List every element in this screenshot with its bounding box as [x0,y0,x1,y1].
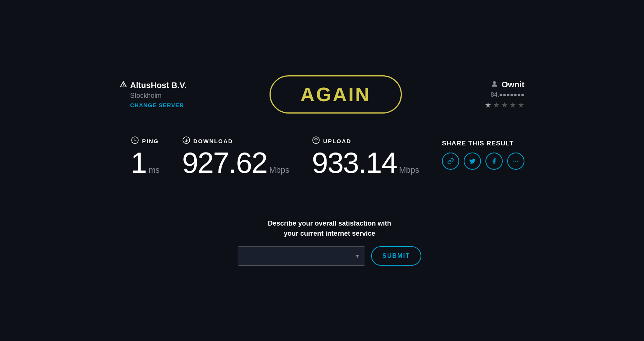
metrics-row: PING 1 ms DOWNLOAD [123,136,419,177]
share-more-button[interactable] [507,153,524,170]
download-value: 927.62 [182,148,267,177]
server-info: AltusHost B.V. Stockholm CHANGE SERVER [120,81,187,108]
download-metric: DOWNLOAD 927.62 Mbps [182,136,289,177]
share-link-button[interactable] [442,153,459,170]
server-name-row: AltusHost B.V. [120,81,187,90]
upload-metric: UPLOAD 933.14 Mbps [312,136,419,177]
survey-dropdown-wrapper: Very Satisfied Satisfied Neutral Dissati… [238,246,365,266]
download-icon [182,136,190,146]
download-value-row: 927.62 Mbps [182,148,289,177]
top-row: AltusHost B.V. Stockholm CHANGE SERVER A… [120,75,524,114]
upload-label-row: UPLOAD [312,136,419,146]
ping-value-row: 1 ms [131,148,160,177]
star-5: ★ [518,100,524,109]
user-icon [490,80,499,90]
share-title: SHARE THIS RESULT [442,140,524,147]
again-button[interactable]: AGAIN [270,75,402,114]
download-label: DOWNLOAD [193,138,233,144]
star-rating: ★ ★ ★ ★ ★ [485,100,524,109]
share-icons [442,153,524,170]
user-name-row: Ownit [490,80,524,90]
download-unit: Mbps [269,165,289,175]
star-2: ★ [493,100,500,109]
survey-dropdown[interactable]: Very Satisfied Satisfied Neutral Dissati… [238,246,365,266]
star-1: ★ [485,100,491,109]
submit-button[interactable]: SUBMIT [371,246,421,266]
ping-label: PING [142,138,159,144]
svg-point-2 [123,85,124,86]
user-name: Ownit [502,80,524,90]
survey-question: Describe your overall satisfaction with … [268,218,391,239]
star-4: ★ [509,100,516,109]
ping-icon [131,136,139,146]
svg-point-10 [513,161,514,162]
share-facebook-button[interactable] [485,153,503,170]
again-label: AGAIN [301,84,371,105]
upload-icon [312,136,320,146]
upload-value-row: 933.14 Mbps [312,148,419,177]
ping-label-row: PING [131,136,160,146]
server-name: AltusHost B.V. [130,81,187,90]
ping-metric: PING 1 ms [131,136,160,177]
upload-unit: Mbps [399,165,419,175]
survey-section: Describe your overall satisfaction with … [135,218,524,266]
server-logo-icon [120,81,127,90]
upload-value: 933.14 [312,148,397,177]
change-server-button[interactable]: CHANGE SERVER [130,102,187,108]
survey-question-line1: Describe your overall satisfaction with [268,220,391,227]
ping-unit: ms [148,165,159,175]
upload-label: UPLOAD [323,138,351,144]
share-section: SHARE THIS RESULT [442,136,524,170]
download-label-row: DOWNLOAD [182,136,289,146]
svg-point-12 [517,161,518,162]
svg-point-11 [515,161,517,162]
ping-value: 1 [131,148,146,177]
user-ip: 84.●●●●●●● [491,91,524,98]
svg-point-3 [493,81,496,84]
server-location: Stockholm [130,92,187,100]
svg-point-5 [135,140,136,141]
star-3: ★ [501,100,508,109]
main-container: AltusHost B.V. Stockholm CHANGE SERVER A… [97,60,547,281]
survey-question-line2: your current internet service [284,230,375,237]
survey-controls: Very Satisfied Satisfied Neutral Dissati… [238,246,421,266]
user-info: Ownit 84.●●●●●●● ★ ★ ★ ★ ★ [485,80,524,109]
share-twitter-button[interactable] [464,153,481,170]
